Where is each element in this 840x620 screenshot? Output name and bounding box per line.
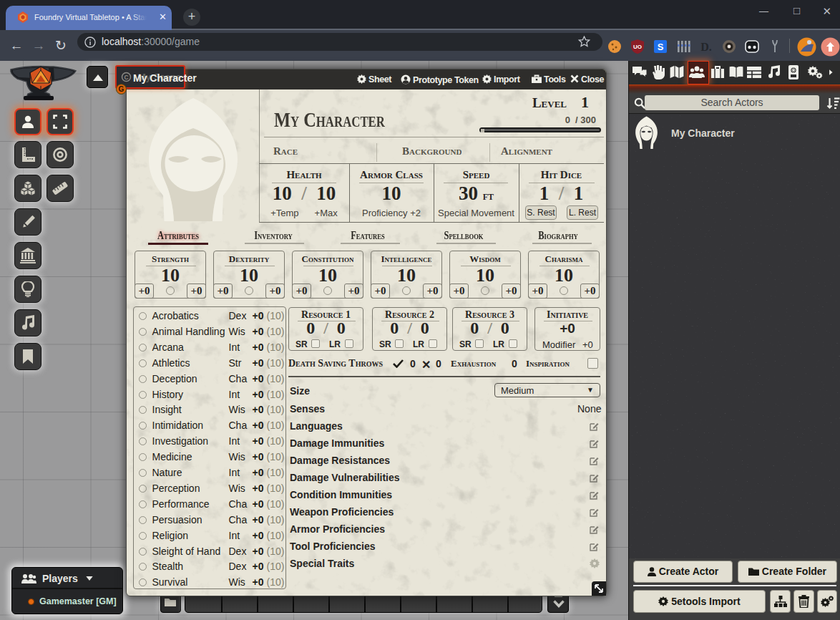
svg-text:S: S (658, 42, 664, 52)
svg-text:C: C (124, 74, 128, 81)
svg-text:UO: UO (633, 44, 642, 50)
svg-text:D.: D. (700, 41, 712, 53)
